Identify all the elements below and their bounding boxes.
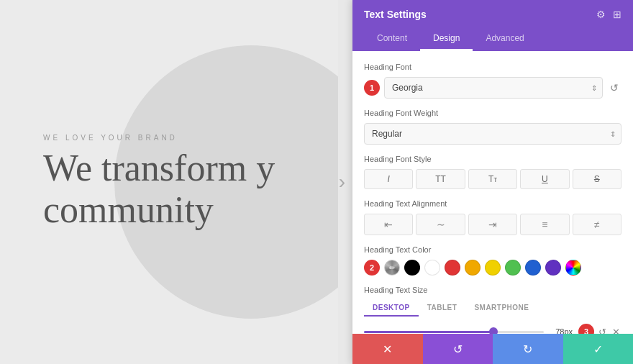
color-black[interactable] <box>404 260 420 276</box>
align-last[interactable]: ≠ <box>573 214 621 235</box>
heading-font-select[interactable]: Georgia Arial Times New Roman <box>384 77 603 99</box>
align-right[interactable]: ⇥ <box>468 214 517 235</box>
heading-font-select-wrapper: Georgia Arial Times New Roman ⇕ <box>384 77 603 99</box>
heading-font-row: 1 Georgia Arial Times New Roman ⇕ ↺ <box>364 77 621 99</box>
size-clear-btn[interactable]: ✕ <box>611 324 621 334</box>
style-uppercase[interactable]: TT <box>416 169 465 189</box>
heading-text-size-slider-row: 78px 3 ↺ ✕ <box>364 324 621 334</box>
undo-icon: ↺ <box>453 342 463 356</box>
align-center[interactable]: ∼ <box>416 214 465 235</box>
color-purple[interactable] <box>545 260 561 276</box>
panel-header-icons: ⚙ ⊞ <box>596 9 621 20</box>
align-justify[interactable]: ≡ <box>520 214 569 235</box>
heading-font-weight-select-wrapper: Regular Bold Light ⇕ <box>364 123 621 145</box>
preview-area: WE LOVE YOUR BRAND We transform y commun… <box>0 0 338 364</box>
heading-text-size-actions: 3 ↺ ✕ <box>578 324 621 334</box>
badge-2: 2 <box>364 260 380 276</box>
panel-body: Heading Font 1 Georgia Arial Times New R… <box>352 51 633 334</box>
color-eyedropper[interactable]: ✏ <box>384 260 400 276</box>
cancel-icon: ✕ <box>383 342 392 356</box>
color-red[interactable] <box>445 260 460 276</box>
tab-design[interactable]: Design <box>420 27 473 51</box>
text-settings-panel: Text Settings ⚙ ⊞ Content Design Advance… <box>352 0 633 364</box>
panel-tabs: Content Design Advanced <box>364 27 621 51</box>
redo-button[interactable]: ↻ <box>493 334 563 364</box>
heading-font-weight-row: Regular Bold Light ⇕ <box>364 123 621 145</box>
device-tab-smartphone[interactable]: SMARTPHONE <box>465 300 537 317</box>
style-italic[interactable]: I <box>364 169 413 189</box>
panel-footer: ✕ ↺ ↻ ✓ <box>352 334 633 364</box>
heading-font-style-buttons: I TT Tт U S <box>364 169 621 189</box>
style-underline[interactable]: U <box>520 169 569 189</box>
device-tabs: DESKTOP TABLET SMARTPHONE <box>364 300 621 317</box>
redo-icon: ↻ <box>523 342 532 356</box>
device-tab-tablet[interactable]: TABLET <box>419 300 466 317</box>
right-arrow-hint: › <box>339 170 345 194</box>
save-button[interactable]: ✓ <box>563 334 634 364</box>
tab-content[interactable]: Content <box>364 27 420 51</box>
color-white[interactable] <box>424 260 440 276</box>
heading-font-weight-select[interactable]: Regular Bold Light <box>364 123 621 145</box>
heading-text-size-label: Heading Text Size <box>364 286 621 294</box>
color-orange[interactable] <box>465 260 481 276</box>
heading-font-reset[interactable]: ↺ <box>607 79 621 96</box>
heading-font-label: Heading Font <box>364 63 621 71</box>
color-blue[interactable] <box>525 260 541 276</box>
preview-subtitle: WE LOVE YOUR BRAND <box>43 134 178 142</box>
heading-text-color-label: Heading Text Color <box>364 245 621 254</box>
badge-1: 1 <box>364 80 380 96</box>
panel-header: Text Settings ⚙ ⊞ Content Design Advance… <box>352 0 633 51</box>
panel-title: Text Settings <box>364 9 427 20</box>
heading-text-size-track[interactable] <box>364 331 544 333</box>
save-icon: ✓ <box>593 342 603 356</box>
color-yellow[interactable] <box>485 260 501 276</box>
size-reset-btn[interactable]: ↺ <box>597 324 608 334</box>
heading-font-style-label: Heading Font Style <box>364 155 621 163</box>
color-gradient[interactable] <box>565 260 581 276</box>
tab-advanced[interactable]: Advanced <box>473 27 537 51</box>
heading-text-alignment-buttons: ⇤ ∼ ⇥ ≡ ≠ <box>364 214 621 235</box>
device-tab-desktop[interactable]: DESKTOP <box>364 300 419 317</box>
heading-text-alignment-label: Heading Text Alignment <box>364 199 621 208</box>
color-green[interactable] <box>505 260 521 276</box>
settings-icon[interactable]: ⚙ <box>596 9 606 20</box>
badge-3: 3 <box>578 324 594 334</box>
layout-icon[interactable]: ⊞ <box>613 9 621 20</box>
align-left[interactable]: ⇤ <box>364 214 413 235</box>
cancel-button[interactable]: ✕ <box>352 334 423 364</box>
style-capitalize[interactable]: Tт <box>468 169 517 189</box>
undo-button[interactable]: ↺ <box>423 334 493 364</box>
heading-font-weight-label: Heading Font Weight <box>364 109 621 117</box>
heading-text-color-row: 2 ✏ <box>364 260 621 276</box>
style-strikethrough[interactable]: S <box>573 169 621 189</box>
heading-text-size-value: 78px <box>550 327 573 334</box>
preview-title: We transform y community <box>43 147 275 229</box>
